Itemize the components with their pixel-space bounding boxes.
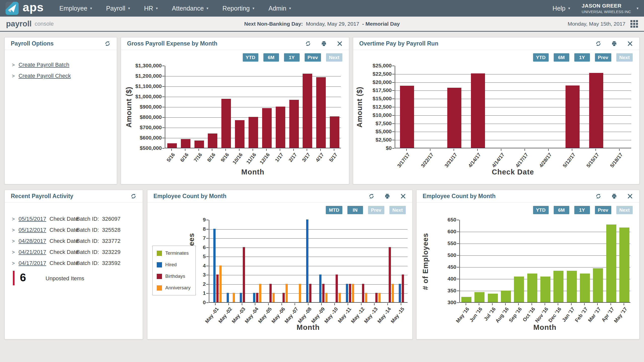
y-tick-mark [206,266,209,266]
x-tick-mark [171,149,172,151]
batch-id-value: 323229 [102,249,120,255]
chart-bar [339,293,341,302]
range-button-ytd[interactable]: YTD [533,53,549,62]
chart-bar [269,284,272,302]
y-tick-mark [392,99,394,99]
range-button-6m[interactable]: 6M [554,206,569,214]
range-button-next[interactable]: Next [616,53,633,62]
print-icon[interactable] [384,193,390,199]
chart-bar [283,293,285,302]
range-button-ytd[interactable]: YTD [533,206,549,214]
aps-logo[interactable]: aps [6,2,44,15]
activity-date-link[interactable]: 05/12/2017 [19,227,46,233]
range-button-in[interactable]: IN [347,206,363,214]
close-icon[interactable] [627,193,633,199]
x-tick-mark [334,303,335,305]
refresh-icon[interactable] [595,193,601,199]
activity-row: >04/28/2017Check DateBatch ID:323772 [12,236,139,247]
print-icon[interactable] [611,193,617,199]
banner-holiday: - Memorial Day [362,21,400,27]
chart-bar [349,284,351,302]
menu-payroll[interactable]: Payroll▾ [106,5,130,12]
chart-bar [213,229,216,302]
menu-hr[interactable]: HR▾ [144,5,158,12]
x-tick-mark [477,149,478,151]
activity-date-link[interactable]: 04/17/2017 [19,260,46,266]
y-tick-mark [457,255,459,256]
batch-id-value: 323592 [102,260,120,266]
range-button-prev[interactable]: Prev [368,206,384,214]
x-tick-mark [501,149,501,151]
gridline [209,257,408,257]
x-tick-mark [479,303,479,305]
help-menu[interactable]: Help ▾ [552,5,570,12]
refresh-icon[interactable] [368,193,375,199]
menu-reporting[interactable]: Reporting▾ [222,5,254,12]
x-tick-mark [545,303,545,305]
batch-info: Batch ID:323229 [76,249,120,255]
range-button-6m[interactable]: 6M [263,53,279,62]
chevron-down-icon: ▾ [128,6,130,11]
x-tick-mark [308,303,308,305]
chart-bar [319,275,321,302]
chart-bar [276,107,285,148]
range-button-1y[interactable]: 1Y [574,53,590,62]
menu-employee[interactable]: Employee▾ [59,5,92,12]
x-tick-mark [619,149,620,151]
y-tick-mark [392,107,394,107]
close-icon[interactable] [400,193,406,199]
panel-recent-payroll-activity: Recent Payroll Activity >05/15/2017Check… [5,190,143,339]
y-axis-title: # of Employees [421,219,430,304]
y-tick-mark [392,131,394,132]
x-tick-mark [198,149,199,151]
y-tick-mark [206,293,209,294]
refresh-icon[interactable] [104,40,111,47]
chart-bar [447,88,461,148]
chevron-down-icon: ▾ [156,6,158,11]
close-icon[interactable] [627,40,633,47]
refresh-icon[interactable] [130,193,137,199]
range-button-6m[interactable]: 6M [554,53,569,62]
dashboard-grid-icon[interactable] [630,20,638,28]
print-icon[interactable] [611,40,617,47]
range-button-1y[interactable]: 1Y [284,53,300,62]
chevron-down-icon: ▾ [207,6,209,11]
activity-date-link[interactable]: 04/28/2017 [19,238,46,244]
chart-bar [256,293,258,302]
x-tick-mark [611,303,611,305]
link-create-payroll-batch[interactable]: Create Payroll Batch [19,62,69,68]
activity-date-link[interactable]: 05/15/2017 [19,216,46,222]
y-tick-mark [392,115,394,116]
x-tick-mark [595,149,596,151]
range-buttons: YTD6M1YPrevNext [533,53,633,62]
page-subtitle: console [35,21,54,27]
gridline [209,293,408,294]
range-button-next[interactable]: Next [326,53,342,62]
range-button-prev[interactable]: Prev [305,53,321,62]
legend-label: Birthdays [165,274,185,279]
refresh-icon[interactable] [595,40,601,47]
legend-item-anniversary: Anniversary [157,285,190,291]
activity-date-link[interactable]: 04/21/2017 [19,249,46,255]
batch-id-label: Batch ID: [76,238,99,244]
range-button-prev[interactable]: Prev [595,206,611,214]
chart-bar [233,293,235,302]
user-menu[interactable]: JASON GREER UNIVERSAL WIRELESS INC ▾ [582,3,638,14]
range-button-1y[interactable]: 1Y [574,206,590,214]
menu-admin[interactable]: Admin▾ [268,5,291,12]
range-button-ytd[interactable]: YTD [243,53,258,62]
range-button-next[interactable]: Next [616,206,633,214]
y-tick-mark [206,256,209,257]
y-tick-mark [162,97,165,97]
close-icon[interactable] [337,40,343,47]
y-tick-mark [162,117,165,118]
y-tick-mark [392,140,394,140]
range-button-mtd[interactable]: MTD [326,206,342,214]
link-create-payroll-check[interactable]: Create Payroll Check [19,73,71,79]
range-button-prev[interactable]: Prev [595,53,611,62]
menu-attendance[interactable]: Attendance▾ [172,5,208,12]
refresh-icon[interactable] [305,40,311,47]
range-button-next[interactable]: Next [389,206,406,214]
print-icon[interactable] [321,40,327,47]
legend-item-terminates: Terminates [157,250,190,256]
